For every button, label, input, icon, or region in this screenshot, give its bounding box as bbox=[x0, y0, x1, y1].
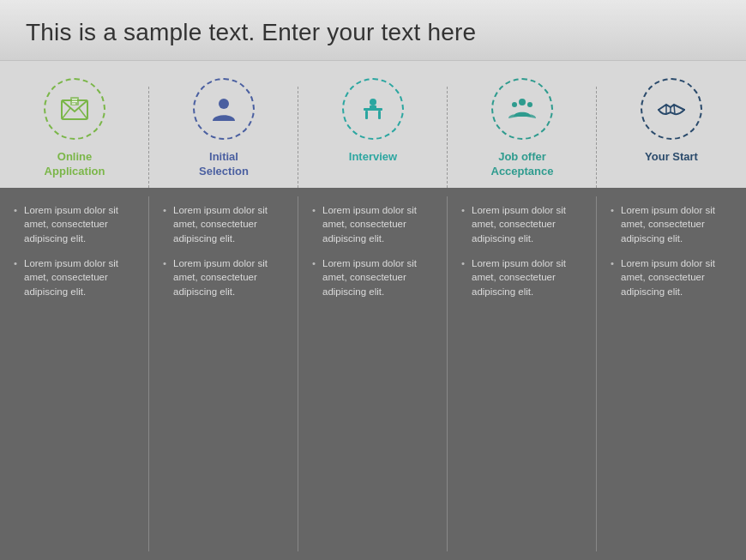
step-1-label: OnlineApplication bbox=[45, 150, 105, 179]
step-your-start: Your Start bbox=[597, 78, 746, 179]
desc-list-4: Lorem ipsum dolor sit amet, consectetuer… bbox=[460, 203, 585, 299]
svg-point-7 bbox=[219, 99, 229, 109]
desc-3-item-2: Lorem ipsum dolor sit amet, consectetuer… bbox=[310, 256, 436, 299]
desc-1-item-1: Lorem ipsum dolor sit amet, consectetuer… bbox=[12, 203, 137, 246]
step-initial-selection: InitialSelection bbox=[149, 78, 298, 179]
title-area: This is a sample text. Enter your text h… bbox=[0, 0, 746, 61]
desc-3-item-1: Lorem ipsum dolor sit amet, consectetuer… bbox=[310, 203, 436, 246]
desc-list-1: Lorem ipsum dolor sit amet, consectetuer… bbox=[12, 203, 137, 299]
desc-list-3: Lorem ipsum dolor sit amet, consectetuer… bbox=[310, 203, 436, 299]
handshake-icon bbox=[655, 93, 688, 125]
svg-point-11 bbox=[370, 99, 376, 105]
desc-col-5: Lorem ipsum dolor sit amet, consectetuer… bbox=[597, 188, 746, 560]
desc-col-3: Lorem ipsum dolor sit amet, consectetuer… bbox=[298, 188, 448, 560]
desc-col-1: Lorem ipsum dolor sit amet, consectetuer… bbox=[0, 188, 149, 560]
desc-4-item-2: Lorem ipsum dolor sit amet, consectetuer… bbox=[460, 256, 585, 299]
svg-point-15 bbox=[527, 102, 532, 107]
person-icon bbox=[208, 93, 240, 125]
svg-point-13 bbox=[519, 99, 526, 105]
desc-5-item-1: Lorem ipsum dolor sit amet, consectetuer… bbox=[609, 203, 734, 246]
step-interview: Interview bbox=[298, 78, 448, 179]
step-5-label: Your Start bbox=[645, 150, 698, 165]
step-3-icon-circle bbox=[342, 78, 404, 140]
step-job-offer: Job offerAcceptance bbox=[448, 78, 597, 179]
desc-1-item-2: Lorem ipsum dolor sit amet, consectetuer… bbox=[12, 256, 137, 299]
step-online-application: OnlineApplication bbox=[0, 78, 149, 179]
svg-rect-10 bbox=[378, 111, 381, 119]
steps-row: OnlineApplication InitialSelection bbox=[0, 61, 746, 188]
desc-col-2: Lorem ipsum dolor sit amet, consectetuer… bbox=[149, 188, 298, 560]
desk-icon bbox=[357, 93, 389, 125]
svg-line-2 bbox=[79, 108, 87, 119]
desc-2-item-2: Lorem ipsum dolor sit amet, consectetuer… bbox=[161, 256, 286, 299]
page-wrapper: This is a sample text. Enter your text h… bbox=[0, 0, 746, 560]
desc-area: Lorem ipsum dolor sit amet, consectetuer… bbox=[0, 188, 746, 560]
desc-col-4: Lorem ipsum dolor sit amet, consectetuer… bbox=[448, 188, 597, 560]
step-2-label: InitialSelection bbox=[199, 150, 249, 179]
content-area: OnlineApplication InitialSelection bbox=[0, 61, 746, 560]
desc-list-2: Lorem ipsum dolor sit amet, consectetuer… bbox=[161, 203, 286, 299]
step-5-icon-circle bbox=[641, 78, 702, 140]
step-1-icon-circle bbox=[44, 78, 105, 140]
desc-5-item-2: Lorem ipsum dolor sit amet, consectetuer… bbox=[609, 256, 734, 299]
svg-rect-9 bbox=[365, 111, 368, 119]
svg-line-1 bbox=[62, 108, 70, 119]
desc-2-item-1: Lorem ipsum dolor sit amet, consectetuer… bbox=[161, 203, 286, 246]
svg-rect-12 bbox=[370, 105, 376, 109]
desc-list-5: Lorem ipsum dolor sit amet, consectetuer… bbox=[609, 203, 734, 299]
step-4-icon-circle bbox=[491, 78, 553, 140]
svg-point-14 bbox=[512, 102, 517, 107]
group-icon bbox=[506, 93, 538, 125]
page-title: This is a sample text. Enter your text h… bbox=[26, 19, 720, 46]
step-3-label: Interview bbox=[349, 150, 397, 165]
step-4-label: Job offerAcceptance bbox=[491, 150, 554, 179]
envelope-icon bbox=[58, 93, 91, 125]
step-2-icon-circle bbox=[193, 78, 255, 140]
desc-4-item-1: Lorem ipsum dolor sit amet, consectetuer… bbox=[460, 203, 585, 246]
